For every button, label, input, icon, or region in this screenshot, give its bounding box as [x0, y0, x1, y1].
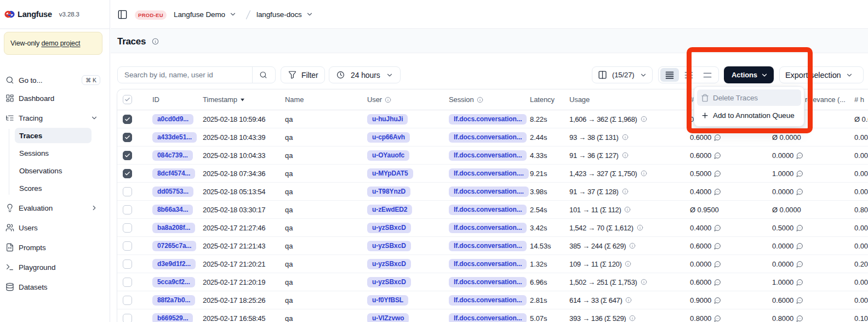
info-icon[interactable] — [622, 188, 629, 195]
column-header-timestamp[interactable]: Timestamp — [201, 95, 283, 104]
sidebar-item-prompts[interactable]: Prompts — [0, 238, 110, 257]
org-switcher[interactable]: Langfuse Demo — [174, 10, 237, 19]
info-icon[interactable] — [637, 224, 643, 231]
info-icon[interactable] — [624, 206, 631, 213]
menu-item-delete-traces[interactable]: Delete Traces — [697, 89, 801, 106]
info-icon[interactable] — [152, 38, 159, 45]
search-input[interactable]: Search by id, name, user id — [117, 66, 276, 83]
column-header-score3[interactable]: # h — [852, 95, 868, 104]
user-badge[interactable]: u-yzSBxcD — [367, 259, 411, 269]
sidebar-item-tracing[interactable]: Tracing — [0, 108, 110, 128]
trace-id-badge[interactable]: a433de51... — [152, 132, 197, 143]
trace-id-badge[interactable]: 084c739... — [152, 150, 193, 161]
user-badge[interactable]: u-yzSBxcD — [367, 241, 411, 251]
star-icon[interactable] — [138, 313, 148, 322]
sidebar-item-traces[interactable]: Traces — [15, 128, 92, 143]
row-checkbox[interactable] — [123, 133, 132, 142]
star-icon[interactable] — [138, 205, 148, 214]
search-button[interactable] — [252, 67, 275, 83]
trace-id-badge[interactable]: a0cd0d9... — [152, 114, 193, 125]
column-header-id[interactable]: ID — [150, 95, 201, 104]
info-icon[interactable] — [629, 315, 636, 321]
trace-id-badge[interactable]: 8dcf4574... — [152, 168, 195, 179]
row-checkbox[interactable] — [123, 205, 132, 214]
panel-left-toggle-icon[interactable] — [117, 9, 128, 20]
session-badge[interactable]: lf.docs.conversation.... — [449, 168, 529, 179]
user-badge[interactable]: u-VlZzvwo — [367, 313, 409, 322]
row-checkbox[interactable] — [123, 296, 132, 305]
table-row[interactable]: 88f2a7b0... 2025-02-17 18:25:26 qa u-f0Y… — [117, 291, 868, 309]
sidebar-item-playground[interactable]: Playground — [0, 257, 110, 277]
user-badge[interactable]: u-cp66Avh — [367, 132, 410, 143]
session-badge[interactable]: lf.docs.conversation... — [449, 277, 527, 287]
session-badge[interactable]: lf.docs.conversation... — [449, 241, 527, 251]
sidebar-item-datasets[interactable]: Datasets — [0, 277, 110, 297]
row-checkbox[interactable] — [123, 278, 132, 287]
session-badge[interactable]: lf.docs.conversation.... — [449, 187, 529, 197]
info-icon[interactable] — [622, 134, 629, 140]
time-range-button[interactable]: 24 hours — [329, 66, 401, 83]
sidebar-item-observations[interactable]: Observations — [15, 162, 92, 179]
star-icon[interactable] — [138, 114, 148, 124]
user-badge[interactable]: u-MYpDAT5 — [367, 168, 413, 179]
info-icon[interactable] — [641, 279, 647, 285]
row-height-large-button[interactable] — [698, 68, 717, 82]
sidebar-item-scores[interactable]: Scores — [15, 179, 92, 197]
table-row[interactable]: 8dcf4574... 2025-02-18 07:34:36 qa u-MYp… — [117, 165, 868, 183]
demo-project-link[interactable]: demo project — [41, 39, 80, 47]
user-badge[interactable]: u-f0YfBSL — [367, 295, 408, 306]
table-row[interactable]: d3e9d1f2... 2025-02-17 21:20:21 qa u-yzS… — [117, 255, 868, 273]
trace-id-badge[interactable]: 88f2a7b0... — [152, 295, 195, 306]
row-checkbox[interactable] — [123, 151, 132, 160]
row-checkbox[interactable] — [123, 259, 132, 269]
star-icon[interactable] — [138, 223, 148, 233]
trace-id-badge[interactable]: d3e9d1f2... — [152, 259, 196, 269]
project-switcher[interactable]: langfuse-docs — [256, 10, 313, 19]
table-row[interactable]: 8b66a34... 2025-02-18 03:30:17 qa u-zEwd… — [117, 201, 868, 219]
row-height-small-button[interactable] — [660, 68, 679, 82]
column-header-usage[interactable]: Usage — [567, 95, 688, 104]
session-badge[interactable]: lf.docs.conversation... — [449, 114, 527, 125]
row-checkbox[interactable] — [123, 223, 132, 233]
row-checkbox[interactable] — [123, 115, 132, 124]
table-row[interactable]: 07265c7a... 2025-02-17 21:21:43 qa u-yzS… — [117, 237, 868, 255]
info-icon[interactable] — [625, 261, 631, 267]
table-row[interactable]: b669529... 2025-02-17 16:58:45 qa u-VlZz… — [117, 309, 868, 322]
star-icon[interactable] — [138, 241, 148, 251]
column-header-user[interactable]: User — [365, 95, 447, 104]
row-checkbox[interactable] — [123, 169, 132, 178]
user-badge[interactable]: u-OYauofc — [367, 150, 409, 161]
trace-id-badge[interactable]: 8b66a34... — [152, 205, 193, 215]
user-badge[interactable]: u-yzSBxcD — [367, 277, 411, 287]
trace-id-badge[interactable]: 07265c7a... — [152, 241, 196, 251]
star-icon[interactable] — [138, 259, 148, 269]
row-checkbox[interactable] — [123, 241, 132, 251]
info-icon[interactable] — [641, 170, 647, 177]
star-icon[interactable] — [138, 295, 148, 305]
sidebar-item-sessions[interactable]: Sessions — [15, 144, 92, 162]
table-row[interactable]: dd05753... 2025-02-18 05:13:54 qa u-T98Y… — [117, 183, 868, 201]
column-header-latency[interactable]: Latency — [528, 95, 567, 104]
info-icon[interactable] — [629, 242, 636, 249]
sidebar-item-goto[interactable]: Go to... ⌘ K — [0, 70, 110, 88]
user-badge[interactable]: u-yzSBxcD — [367, 223, 411, 233]
trace-id-badge[interactable]: 5cca9cf2... — [152, 277, 195, 287]
table-row[interactable]: ba8a208f... 2025-02-17 21:27:46 qa u-yzS… — [117, 219, 868, 237]
session-badge[interactable]: lf.docs.conversation... — [449, 295, 527, 306]
row-height-medium-button[interactable] — [679, 68, 698, 82]
info-icon[interactable] — [641, 116, 647, 122]
session-badge[interactable]: lf.docs.conversation... — [449, 150, 527, 161]
menu-item-add-to-annotation-queue[interactable]: Add to Annotation Queue — [697, 107, 801, 123]
star-icon[interactable] — [138, 168, 148, 178]
actions-button[interactable]: Actions — [724, 66, 774, 83]
user-badge[interactable]: u-zEwdED2 — [367, 205, 412, 215]
table-row[interactable]: a433de51... 2025-02-18 10:43:39 qa u-cp6… — [117, 128, 868, 146]
star-icon[interactable] — [138, 187, 148, 196]
row-checkbox[interactable] — [123, 187, 132, 196]
column-header-session[interactable]: Session — [447, 95, 528, 104]
trace-id-badge[interactable]: dd05753... — [152, 187, 193, 197]
user-badge[interactable]: u-T98YnzD — [367, 187, 410, 197]
trace-id-badge[interactable]: ba8a208f... — [152, 223, 195, 233]
session-badge[interactable]: lf.docs.conversation... — [449, 205, 527, 215]
session-badge[interactable]: lf.docs.conversation... — [449, 132, 527, 143]
